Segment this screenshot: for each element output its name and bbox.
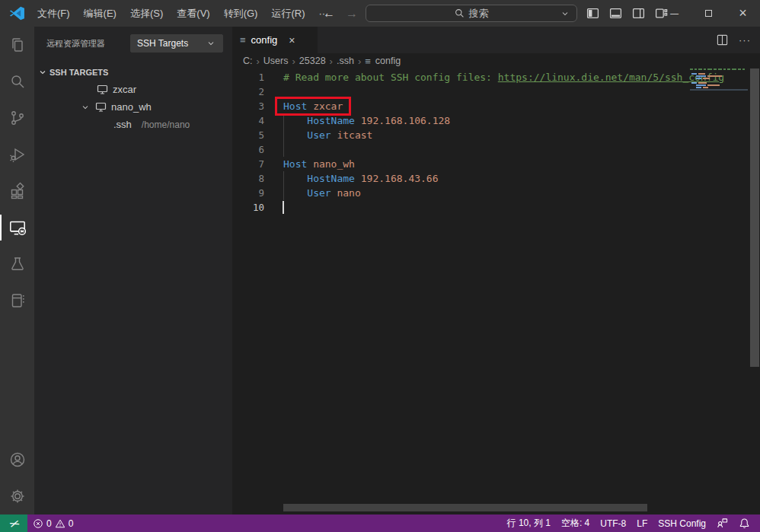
encoding[interactable]: UTF-8 xyxy=(595,514,631,532)
line-number: 5 xyxy=(232,128,264,142)
code-line[interactable]: 3Host zxcar xyxy=(232,99,760,113)
tree-item-label: nano_wh xyxy=(111,101,152,113)
line-number: 9 xyxy=(232,186,264,200)
line-content: Host zxcar xyxy=(264,99,343,113)
minimize-icon: ─ xyxy=(670,7,679,20)
chevron-down-icon[interactable] xyxy=(560,8,570,19)
code-editor[interactable]: 1# Read more about SSH config files: htt… xyxy=(232,68,760,514)
menu-item[interactable]: 编辑(E) xyxy=(77,0,123,27)
notebook-icon[interactable] xyxy=(0,282,34,319)
search-icon xyxy=(455,8,465,18)
remote-explorer-icon[interactable] xyxy=(0,209,34,246)
tree-item-label: zxcar xyxy=(113,84,136,95)
code-line[interactable]: 5 User itcast xyxy=(232,128,760,142)
toggle-panel-icon[interactable] xyxy=(609,7,622,20)
maximize-button[interactable] xyxy=(691,0,726,27)
nav-back-icon[interactable]: ← xyxy=(323,7,335,21)
minimap-segment xyxy=(723,68,726,70)
split-editor-icon[interactable] xyxy=(717,34,728,46)
minimap-segment xyxy=(696,75,706,77)
breadcrumb-separator-icon: › xyxy=(291,56,297,67)
breadcrumb-item[interactable]: config xyxy=(375,56,401,66)
minimap-segment xyxy=(738,68,741,70)
problems-button[interactable]: 0 0 xyxy=(27,514,78,532)
command-center-search[interactable]: 搜索 xyxy=(366,5,577,22)
vscode-logo-icon xyxy=(9,5,25,21)
tab-config[interactable]: ≡ config × xyxy=(232,27,318,53)
language-mode[interactable]: SSH Config xyxy=(653,514,711,532)
indentation[interactable]: 空格: 4 xyxy=(556,514,595,532)
tree-section-ssh-targets[interactable]: SSH TARGETS xyxy=(34,63,232,81)
minimap-segment xyxy=(698,68,702,70)
code-line[interactable]: 10 xyxy=(232,200,760,215)
file-config-icon: ≡ xyxy=(240,35,246,45)
menubar: 文件(F)编辑(E)选择(S)查看(V)转到(G)运行(R)··· xyxy=(30,0,335,27)
source-control-icon[interactable] xyxy=(0,100,34,136)
code-line[interactable]: 8 HostName 192.168.43.66 xyxy=(232,171,760,186)
extensions-icon[interactable] xyxy=(0,173,34,209)
vertical-scrollbar[interactable] xyxy=(750,68,759,367)
dropdown-value: SSH Targets xyxy=(137,38,188,49)
run-debug-icon[interactable] xyxy=(0,136,34,173)
close-button[interactable]: × xyxy=(726,0,760,27)
tab-close-icon[interactable]: × xyxy=(289,34,295,46)
toggle-sidebar-icon[interactable] xyxy=(586,7,599,20)
ssh-targets-tree: SSH TARGETS zxcar nano_wh .ssh /home/nan… xyxy=(34,63,232,133)
menu-item[interactable]: 选择(S) xyxy=(123,0,170,27)
code-line[interactable]: 7Host nano_wh xyxy=(232,157,760,171)
toggle-secondary-sidebar-icon[interactable] xyxy=(632,7,645,20)
breadcrumb-item[interactable]: .ssh xyxy=(337,56,354,66)
warning-count: 0 xyxy=(69,518,74,529)
tree-item-zxcar[interactable]: zxcar xyxy=(34,81,232,98)
remote-icon: >< xyxy=(8,518,19,529)
breadcrumb-item[interactable]: 25328 xyxy=(299,56,326,66)
minimap-segment xyxy=(690,68,693,70)
testing-icon[interactable] xyxy=(0,246,34,282)
menu-item[interactable]: 查看(V) xyxy=(170,0,216,27)
minimap-segment xyxy=(696,78,701,79)
settings-gear-icon[interactable] xyxy=(0,478,34,514)
chevron-down-icon xyxy=(80,102,91,113)
remote-indicator-button[interactable]: >< xyxy=(0,514,27,532)
vscode-window: 文件(F)编辑(E)选择(S)查看(V)转到(G)运行(R)··· ← → 搜索… xyxy=(0,0,760,532)
code-line[interactable]: 9 User nano xyxy=(232,186,760,200)
minimap-segment xyxy=(742,68,745,70)
code-line[interactable]: 6 xyxy=(232,142,760,157)
code-line[interactable]: 4 HostName 192.168.106.128 xyxy=(232,113,760,128)
text-cursor xyxy=(283,201,284,214)
breadcrumb: C:›Users›25328›.ssh›≡config xyxy=(232,53,760,68)
code-line[interactable]: 2 xyxy=(232,84,760,99)
file-config-icon: ≡ xyxy=(365,56,371,66)
search-sidebar-icon[interactable] xyxy=(0,63,34,100)
minimize-button[interactable]: ─ xyxy=(657,0,691,27)
remote-type-dropdown[interactable]: SSH Targets xyxy=(130,34,223,53)
minimap-segment xyxy=(732,68,736,70)
menu-item[interactable]: 文件(F) xyxy=(30,0,77,27)
horizontal-scrollbar[interactable] xyxy=(283,504,647,511)
eol-selector[interactable]: LF xyxy=(631,514,653,532)
breadcrumb-item[interactable]: C: xyxy=(243,56,253,66)
feedback-button[interactable] xyxy=(711,514,733,532)
tree-item-ssh-config[interactable]: .ssh /home/nano xyxy=(34,116,232,133)
breadcrumb-item[interactable]: Users xyxy=(263,56,289,66)
line-number: 3 xyxy=(232,99,264,113)
explorer-icon[interactable] xyxy=(0,27,34,63)
vm-monitor-icon xyxy=(95,101,107,113)
minimap-segment xyxy=(703,87,708,88)
menu-item[interactable]: 转到(G) xyxy=(217,0,265,27)
menu-item[interactable]: 运行(R) xyxy=(264,0,311,27)
close-icon: × xyxy=(739,5,747,21)
cursor-position[interactable]: 行 10, 列 1 xyxy=(502,514,556,532)
code-line[interactable]: 1# Read more about SSH config files: htt… xyxy=(232,70,760,84)
error-icon xyxy=(33,518,43,529)
tree-item-nano-wh[interactable]: nano_wh xyxy=(34,98,232,116)
sidebar-remote-explorer: 远程资源管理器 SSH Targets SSH TARGETS zxcar xyxy=(34,27,232,514)
line-content: HostName 192.168.106.128 xyxy=(264,113,450,128)
editor-more-actions-icon[interactable]: ··· xyxy=(739,34,751,46)
minimap-segment xyxy=(727,68,730,70)
account-icon[interactable] xyxy=(0,441,34,478)
maximize-icon xyxy=(705,10,712,17)
minimap[interactable] xyxy=(690,68,749,160)
minimap-segment xyxy=(691,73,697,75)
notifications-button[interactable] xyxy=(733,514,755,532)
